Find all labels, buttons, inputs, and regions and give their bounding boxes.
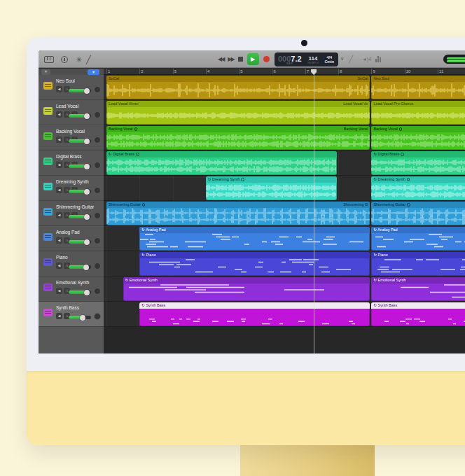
lcd-display[interactable]: 0007.2 BAR 114 TEMPO 4/4 Cmin: [275, 52, 338, 66]
volume-knob[interactable]: [84, 88, 90, 94]
track-lane[interactable]: ↻ Analog Pad↻ Analog Pad: [104, 226, 465, 251]
pan-knob[interactable]: [94, 313, 101, 320]
region-digital-brass[interactable]: ↻ Digital Brass: [371, 151, 465, 175]
track-lane[interactable]: ↻ Digital Brass↻ Digital Brass: [104, 150, 465, 176]
play-button[interactable]: ▶: [247, 53, 259, 65]
region-synth-bass[interactable]: ↻ Synth Bass: [139, 302, 370, 326]
volume-slider[interactable]: [69, 164, 91, 168]
volume-slider[interactable]: [69, 89, 91, 92]
keyboard-icon[interactable]: [44, 56, 54, 63]
region-lead-vocal-pre-chorus[interactable]: Lead Vocal Pre-Chorus: [371, 101, 465, 125]
region-label: Lead Vocal Pre-Chorus: [371, 101, 465, 107]
volume-knob[interactable]: [84, 189, 90, 195]
track-header-backing-vocal[interactable]: Backing Vocal◀∩↓: [39, 125, 104, 150]
track-lane[interactable]: Shimmering GuitarShimmering GShimmering …: [104, 201, 465, 226]
pan-knob[interactable]: [94, 162, 101, 169]
pencil-icon[interactable]: ╱: [86, 55, 91, 64]
pan-knob[interactable]: [94, 262, 101, 270]
track-lane[interactable]: Lead Vocal VerseLead Vocal VeLead Vocal …: [104, 100, 465, 125]
volume-knob[interactable]: [84, 290, 90, 295]
region-piano[interactable]: ↻ Piano: [139, 252, 370, 276]
region-waveform: [371, 82, 465, 99]
region-shimmering-guitar[interactable]: Shimmering GuitarShimmering G: [106, 202, 370, 225]
track-lane[interactable]: ↻ Emotional Synth↻ Emotional Synth: [104, 276, 465, 302]
volume-slider[interactable]: [69, 215, 91, 218]
region-shimmering-guitar[interactable]: Shimmering Guitar: [371, 202, 465, 225]
timer-icon[interactable]: [61, 56, 68, 63]
track-lane[interactable]: ↻ Dreaming Synth↻ Dreaming Synth: [104, 176, 465, 201]
pan-knob[interactable]: [94, 212, 101, 219]
add-track-button[interactable]: +: [41, 69, 50, 75]
pan-knob[interactable]: [94, 187, 101, 194]
volume-slider[interactable]: [69, 190, 91, 193]
pan-knob[interactable]: [94, 237, 101, 244]
region-backing-vocal[interactable]: Backing VocalBacking Vocal: [106, 126, 370, 150]
region-dreaming-synth[interactable]: ↻ Dreaming Synth: [371, 176, 465, 200]
volume-slider[interactable]: [69, 265, 91, 269]
pan-knob[interactable]: [94, 136, 101, 144]
mute-button[interactable]: ◀: [56, 212, 62, 218]
lcd-chevron-icon[interactable]: ∨: [340, 56, 344, 62]
region-analog-pad[interactable]: ↻ Analog Pad: [139, 227, 370, 251]
track-header-digital-brass[interactable]: Digital Brass◀∩↓: [39, 150, 104, 176]
region-lead-vocal-verse[interactable]: Lead Vocal VerseLead Vocal Ve: [106, 101, 370, 125]
volume-knob[interactable]: [83, 265, 89, 270]
garageband-window: ✳ ╱ ◀◀ ▶▶ ▶ ↻ 0007.2 BAR 114 TEMPO: [39, 50, 465, 354]
track-header-synth-bass[interactable]: Synth Bass◀∩: [39, 302, 104, 327]
mute-button[interactable]: ◀: [56, 162, 62, 168]
region-neo-soul[interactable]: Neo Soul: [371, 76, 465, 99]
track-header-dreaming-synth[interactable]: Dreaming Synth◀∩↓: [39, 176, 104, 201]
region-synth-bass[interactable]: ↻ Synth Bass: [371, 302, 465, 326]
track-header-shimmering-guitar[interactable]: Shimmering Guitar◀∩↓: [39, 201, 104, 226]
volume-knob[interactable]: [84, 164, 90, 169]
mute-button[interactable]: ◀: [56, 288, 62, 294]
region-analog-pad[interactable]: ↻ Analog Pad: [371, 227, 465, 251]
track-header-analog-pad[interactable]: Analog Pad◀∩: [39, 226, 104, 251]
volume-slider[interactable]: [69, 114, 91, 118]
volume-slider[interactable]: [69, 240, 91, 244]
track-header-neo-soul[interactable]: Neo Soul◀∩: [39, 75, 104, 100]
mute-button[interactable]: ◀: [56, 187, 62, 193]
volume-knob[interactable]: [84, 214, 90, 220]
region-emotional-synth[interactable]: ↻ Emotional Synth: [371, 277, 465, 301]
region-emotional-synth[interactable]: ↻ Emotional Synth: [123, 277, 370, 301]
region-digital-brass[interactable]: ↻ Digital Brass: [106, 151, 337, 175]
volume-knob[interactable]: [80, 315, 85, 321]
track-header-piano[interactable]: Piano◀∩: [39, 251, 104, 276]
ruler[interactable]: 123456789101112: [104, 69, 465, 75]
forward-button[interactable]: ▶▶: [228, 56, 233, 62]
volume-slider[interactable]: [69, 139, 91, 143]
edit-pencil-icon[interactable]: ╱: [349, 55, 353, 63]
track-lane[interactable]: ↻ Piano↻ Piano: [104, 251, 465, 276]
rewind-button[interactable]: ◀◀: [218, 56, 223, 62]
mute-button[interactable]: ◀: [56, 111, 62, 118]
stop-button[interactable]: [238, 57, 243, 62]
region-piano[interactable]: ↻ Piano: [371, 252, 465, 276]
track-header-lead-vocal[interactable]: Lead Vocal◀∩↓: [39, 100, 104, 125]
track-lane[interactable]: SoCalSoCalNeo Soul: [104, 75, 465, 100]
pan-knob[interactable]: [94, 111, 101, 118]
mute-button[interactable]: ◀: [56, 262, 62, 269]
mute-button[interactable]: ◀: [56, 237, 62, 244]
volume-knob[interactable]: [84, 113, 90, 119]
track-lane[interactable]: ↻ Synth Bass↻ Synth Bass: [104, 302, 465, 327]
mute-button[interactable]: ◀: [56, 136, 62, 143]
level-meters-icon[interactable]: [375, 56, 382, 62]
track-lane[interactable]: Backing VocalBacking VocalBacking Vocal: [104, 125, 465, 150]
pan-knob[interactable]: [94, 86, 101, 93]
gear-icon[interactable]: ✳: [76, 55, 82, 64]
volume-slider[interactable]: [69, 290, 91, 294]
volume-slider[interactable]: [69, 316, 91, 319]
pan-knob[interactable]: [94, 288, 101, 295]
record-button[interactable]: [263, 56, 270, 62]
track-header-emotional-synth[interactable]: Emotional Synth◀∩: [39, 276, 104, 302]
region-socal[interactable]: SoCalSoCal: [106, 76, 370, 99]
track-options-button[interactable]: ▾: [88, 69, 99, 75]
volume-knob[interactable]: [84, 239, 90, 245]
volume-knob[interactable]: [84, 139, 90, 144]
mute-button[interactable]: ◀: [56, 86, 62, 92]
mute-button[interactable]: ◀: [56, 313, 62, 319]
region-backing-vocal[interactable]: Backing Vocal: [371, 126, 465, 150]
region-dreaming-synth[interactable]: ↻ Dreaming Synth: [206, 176, 337, 200]
track-name: Emotional Synth: [56, 280, 89, 285]
